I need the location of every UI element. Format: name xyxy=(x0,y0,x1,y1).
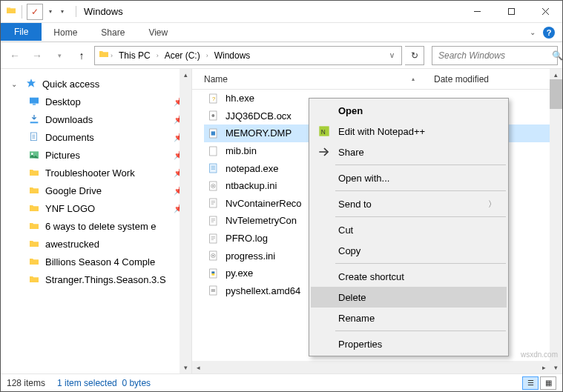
crumb-folder[interactable]: Windows xyxy=(209,50,256,61)
scroll-thumb[interactable] xyxy=(550,79,562,109)
menu-item-cut[interactable]: Cut xyxy=(311,219,507,240)
menu-item-label: Open xyxy=(338,105,363,116)
search-input[interactable] xyxy=(437,50,552,62)
sidebar-item-label: awestrucked xyxy=(45,239,184,250)
svg-point-23 xyxy=(212,255,214,256)
scroll-right-icon[interactable]: ▸ xyxy=(538,361,550,373)
sidebar-item-label: Documents xyxy=(45,132,169,143)
sidebar-item-downloads[interactable]: Downloads📌 xyxy=(11,110,191,128)
svg-point-6 xyxy=(31,153,33,155)
details-view-button[interactable]: ☰ xyxy=(522,376,539,390)
up-button[interactable]: ↑ xyxy=(72,46,91,65)
sidebar-item-label: Downloads xyxy=(45,114,169,125)
crumb-drive[interactable]: Acer (C:) xyxy=(159,50,205,61)
svg-rect-19 xyxy=(210,216,217,225)
svg-rect-1 xyxy=(30,98,39,104)
menu-item-rename[interactable]: Rename xyxy=(311,308,507,328)
file-name: notepad.exe xyxy=(225,163,279,174)
quick-access-root[interactable]: ⌄ Quick access xyxy=(11,75,191,93)
breadcrumb[interactable]: › This PC › Acer (C:) › Windows xyxy=(110,47,255,64)
tab-share[interactable]: Share xyxy=(89,23,136,41)
col-date-modified[interactable]: Date modified xyxy=(434,74,562,84)
minimize-button[interactable] xyxy=(460,1,494,23)
menu-item-copy[interactable]: Copy xyxy=(311,240,507,261)
context-menu: OpenNEdit with Notepad++ShareOpen with..… xyxy=(309,98,509,356)
file-tab[interactable]: File xyxy=(1,23,42,41)
column-headers[interactable]: Name ▴ Date modified xyxy=(192,69,562,90)
file-name: pyshellext.amd64 xyxy=(225,285,300,296)
search-icon[interactable]: 🔍 xyxy=(552,50,563,61)
properties-icon[interactable]: ✓ xyxy=(27,4,43,20)
file-icon xyxy=(207,285,220,296)
sidebar-item-6-ways-to-delete-system-e[interactable]: 6 ways to delete system e xyxy=(11,217,191,235)
documents-icon xyxy=(27,131,41,143)
file-icon xyxy=(207,162,220,174)
hscrollbar[interactable]: ◂ ▸ xyxy=(192,361,562,373)
scroll-down-icon[interactable]: ▾ xyxy=(180,362,191,373)
chevron-down-icon[interactable]: ⌄ xyxy=(11,80,20,88)
file-name: JJQ36DCB.ocx xyxy=(225,110,292,122)
menu-item-properties[interactable]: Properties xyxy=(311,333,507,354)
folder-icon xyxy=(27,256,41,268)
menu-item-label: Create shortcut xyxy=(338,271,404,282)
sidebar-item-desktop[interactable]: Desktop📌 xyxy=(11,93,191,110)
sidebar-item-label: YNF LOGO xyxy=(45,203,169,214)
file-name: NvContainerReco xyxy=(225,198,302,209)
folder-icon xyxy=(27,238,41,250)
scroll-left-icon[interactable]: ◂ xyxy=(192,361,204,373)
col-name[interactable]: Name ▴ xyxy=(204,74,434,84)
forward-button[interactable]: → xyxy=(27,46,47,65)
recent-dropdown[interactable]: ▾ xyxy=(50,46,69,65)
refresh-button[interactable]: ↻ xyxy=(405,46,424,65)
large-icons-view-button[interactable]: ▦ xyxy=(540,376,556,390)
svg-rect-3 xyxy=(30,122,39,123)
overflow-icon[interactable]: ▾ xyxy=(58,8,67,15)
collapse-ribbon-icon[interactable]: ⌄ xyxy=(530,28,536,36)
help-icon[interactable]: ? xyxy=(543,27,555,39)
share-icon xyxy=(317,144,332,159)
tab-home[interactable]: Home xyxy=(42,23,89,41)
sidebar-item-label: 6 ways to delete system e xyxy=(45,221,184,232)
file-name: PFRO.log xyxy=(225,233,268,244)
svg-rect-26 xyxy=(211,289,215,292)
sidebar-item-billions-season-4-comple[interactable]: Billions Season 4 Comple xyxy=(11,253,191,270)
quick-access-label: Quick access xyxy=(42,79,184,90)
sidebar-item-awestrucked[interactable]: awestrucked xyxy=(11,235,191,253)
back-button[interactable]: ← xyxy=(5,46,24,65)
close-button[interactable] xyxy=(528,1,562,23)
menu-item-edit-with-notepad[interactable]: NEdit with Notepad++ xyxy=(311,121,507,142)
tab-view[interactable]: View xyxy=(136,23,180,41)
sidebar-scrollbar[interactable]: ▴ ▾ xyxy=(180,69,191,373)
sidebar-item-ynf-logo[interactable]: YNF LOGO📌 xyxy=(11,199,191,217)
address-dropdown-icon[interactable]: v xyxy=(386,51,398,59)
sidebar-item-stranger-things-season-3-s[interactable]: Stranger.Things.Season.3.S xyxy=(11,270,191,288)
maximize-button[interactable] xyxy=(494,1,528,23)
menu-item-share[interactable]: Share xyxy=(311,142,507,162)
downloads-icon xyxy=(27,113,41,125)
menu-item-create-shortcut[interactable]: Create shortcut xyxy=(311,266,507,287)
window-controls xyxy=(460,1,562,23)
address-bar[interactable]: › This PC › Acer (C:) › Windows v xyxy=(94,46,402,65)
sort-indicator-icon: ▴ xyxy=(412,76,415,82)
scroll-down-icon[interactable]: ▾ xyxy=(550,362,562,373)
menu-item-send-to[interactable]: Send to〉 xyxy=(311,193,507,214)
dropdown-icon[interactable]: ▾ xyxy=(46,8,55,15)
ribbon: File Home Share View ⌄ ? xyxy=(1,23,562,42)
svg-text:?: ? xyxy=(212,95,215,102)
menu-separator xyxy=(335,263,506,264)
scroll-up-icon[interactable]: ▴ xyxy=(180,69,191,81)
file-icon xyxy=(207,127,220,139)
sidebar-item-google-drive[interactable]: Google Drive📌 xyxy=(11,182,191,199)
menu-item-open[interactable]: Open xyxy=(311,100,507,121)
sidebar-item-pictures[interactable]: Pictures📌 xyxy=(11,146,191,164)
folder-icon xyxy=(27,202,41,214)
menu-separator xyxy=(335,165,506,165)
vscrollbar[interactable]: ▴ ▾ xyxy=(550,69,562,373)
search-box[interactable]: 🔍 xyxy=(432,46,558,65)
folder-icon xyxy=(27,220,41,232)
menu-item-delete[interactable]: Delete xyxy=(311,287,507,308)
crumb-this-pc[interactable]: This PC xyxy=(113,50,156,61)
sidebar-item-troubleshooter-work[interactable]: Troubleshooter Work📌 xyxy=(11,164,191,182)
menu-item-open-with[interactable]: Open with... xyxy=(311,167,507,188)
sidebar-item-documents[interactable]: Documents📌 xyxy=(11,128,191,146)
